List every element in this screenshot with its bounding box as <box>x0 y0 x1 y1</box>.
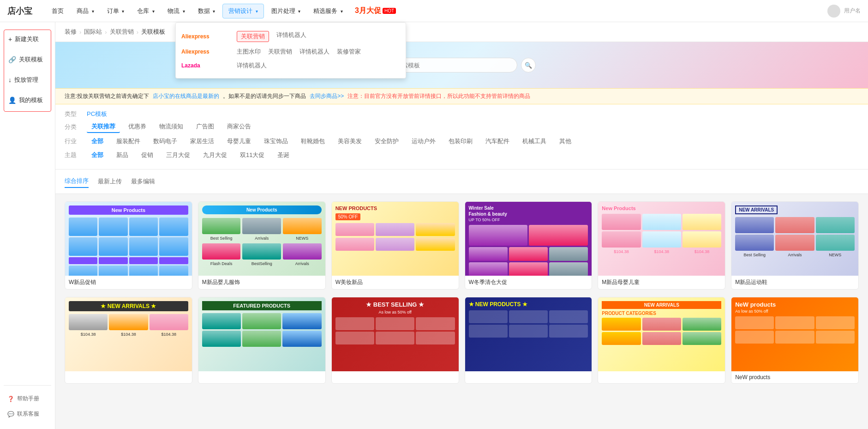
filter-theme-all[interactable]: 全部 <box>87 150 108 161</box>
template-preview-shoes: NEW ARRIVALS Best Selling Arrivals NEWS <box>731 202 858 276</box>
chevron-down-icon: ▾ <box>213 9 215 14</box>
filter-theme-new[interactable]: 新品 <box>112 150 133 161</box>
template-card-jackets[interactable]: New Products Best Selling Arrivals NEWS <box>198 201 326 290</box>
template-card-newprod-bottom[interactable]: NeW products As low as 50% off NeW produ… <box>731 297 859 384</box>
baby-price-row: $104.38 $104.38 $104.38 <box>602 249 721 254</box>
breadcrumb-1[interactable]: 装修 <box>65 28 77 36</box>
dropdown-link-guanlian[interactable]: 关联营销 <box>237 31 269 42</box>
nav-home[interactable]: 首页 <box>46 4 69 18</box>
nav-menu: 首页 商品 ▾ 订单 ▾ 仓库 ▾ 物流 ▾ 数据 ▾ 营销设计 ▾ 图片处理 … <box>46 4 827 18</box>
aliexpress-links: 关联营销 详情机器人 <box>237 31 306 42</box>
sidebar-item-publish[interactable]: ↓ 投放管理 <box>4 71 51 89</box>
template-card-winter[interactable]: Winter Sale Fashion & beauty UP TO 50% O… <box>465 201 593 290</box>
link-zhutushuiyin[interactable]: 主图水印 <box>237 48 261 56</box>
filter-tag-ad[interactable]: 广告图 <box>192 121 219 133</box>
filter-industry-electronics[interactable]: 数码电子 <box>149 136 182 147</box>
sidebar-item-new-link[interactable]: + 新建关联 <box>4 30 51 48</box>
nav-marketing[interactable]: 营销设计 ▾ <box>222 4 264 18</box>
aliexpress-platform: Aliexpress <box>181 33 237 40</box>
link-chatbot2[interactable]: 详情机器人 <box>299 48 329 56</box>
sidebar-contact[interactable]: 💬 联系客服 <box>4 406 51 422</box>
jacket-6 <box>283 243 322 260</box>
template-card-shoes[interactable]: NEW ARRIVALS Best Selling Arrivals NEWS <box>731 201 859 290</box>
main-layout: + 新建关联 🔗 关联模板 ↓ 投放管理 👤 我的模板 ❓ 帮助手册 💬 <box>0 22 868 429</box>
template-card-newproducts[interactable]: ★ NEW PRODUCTS ★ <box>465 297 593 384</box>
filter-industry-tags: 全部 服装配件 数码电子 家居生活 母婴儿童 珠宝饰品 鞋靴婚包 美容美发 安全… <box>87 136 576 147</box>
notice-warning: 注意：目前官方没有开放管前详情接口，所以此功能不支持管前详情的商品 <box>347 92 530 100</box>
notice-link1[interactable]: 店小宝的在线商品是最新的 <box>153 92 219 100</box>
template-card-arrivals[interactable]: ★ NEW ARRIVALS ★ $104.38 $104.38 $104.38 <box>65 297 192 384</box>
template-card-bestselling[interactable]: ★ BEST SELLING ★ As low as 50% off <box>331 297 459 384</box>
nav-warehouse[interactable]: 仓库 ▾ <box>132 4 160 18</box>
nav-product[interactable]: 商品 ▾ <box>71 4 100 18</box>
nav-service[interactable]: 精选服务 ▾ <box>308 4 348 18</box>
filter-industry-shoes[interactable]: 鞋靴婚包 <box>296 136 329 147</box>
sort-tab-popular[interactable]: 最多编辑 <box>131 175 155 187</box>
sidebar-item-link-template[interactable]: 🔗 关联模板 <box>4 50 51 69</box>
template-card-makeup[interactable]: NEW PRODUCTS 50% OFF W美妆新品 <box>331 201 459 290</box>
dropdown-link-chatbot[interactable]: 详情机器人 <box>276 31 306 42</box>
nav-data[interactable]: 数据 ▾ <box>192 4 221 18</box>
filter-industry-jewelry[interactable]: 珠宝饰品 <box>259 136 293 147</box>
search-input[interactable] <box>388 58 517 73</box>
link-lazada-chatbot[interactable]: 详情机器人 <box>237 61 267 70</box>
template-card-categories[interactable]: NEW ARRIVALS PRODUCT CATEGORIES <box>598 297 725 384</box>
search-button[interactable]: 🔍 <box>521 58 536 73</box>
phones-bottom-row <box>69 257 188 264</box>
newproducts-5 <box>509 325 548 338</box>
filter-industry-machinery[interactable]: 机械工具 <box>518 136 551 147</box>
filter-industry-other[interactable]: 其他 <box>555 136 576 147</box>
avatar[interactable] <box>827 5 840 18</box>
nav-right-section: 用户名 <box>827 5 861 18</box>
filter-theme-christmas[interactable]: 圣诞 <box>273 150 294 161</box>
filter-industry-baby[interactable]: 母婴儿童 <box>222 136 256 147</box>
filter-industry-all[interactable]: 全部 <box>87 136 108 147</box>
breadcrumb-sep-1: › <box>79 29 81 36</box>
filter-tag-logistics[interactable]: 物流须知 <box>155 121 188 133</box>
template-card-baby[interactable]: New Products $104.38 $104.38 $104.38 <box>598 201 725 290</box>
bestselling-grid <box>335 317 455 344</box>
shoes-labels: Best Selling Arrivals NEWS <box>735 253 855 257</box>
sort-tab-latest[interactable]: 最新上传 <box>98 175 122 187</box>
nav-logistics[interactable]: 物流 ▾ <box>162 4 191 18</box>
template-label-phones: W新品促销 <box>65 276 192 289</box>
filter-theme-march[interactable]: 三月大促 <box>162 150 195 161</box>
link-guanlian2[interactable]: 关联营销 <box>268 48 292 56</box>
newproducts-3 <box>549 310 588 323</box>
arrivals-price-1: $104.38 <box>69 332 108 337</box>
template-card-featured[interactable]: FEATURED PRODUCTS <box>198 297 326 384</box>
nav-promo[interactable]: 3月大促 HOT <box>355 6 396 16</box>
filter-theme-double11[interactable]: 双11大促 <box>235 150 269 161</box>
template-label-newproducts <box>465 371 592 377</box>
sidebar-help[interactable]: ❓ 帮助手册 <box>4 391 51 406</box>
sidebar-item-label: 我的模板 <box>19 96 43 104</box>
jacket-3 <box>283 218 322 234</box>
arrivals-item-1 <box>69 314 108 330</box>
newprod-bottom-grid <box>735 316 855 344</box>
filter-theme-sept[interactable]: 九月大促 <box>198 150 232 161</box>
filter-tag-guanlian[interactable]: 关联推荐 <box>87 121 120 133</box>
link-zhuangxiu[interactable]: 装修管家 <box>337 48 361 56</box>
filter-industry-clothing[interactable]: 服装配件 <box>112 136 145 147</box>
nav-image[interactable]: 图片处理 ▾ <box>266 4 306 18</box>
filter-theme-sale[interactable]: 促销 <box>137 150 158 161</box>
filter-type-value[interactable]: PC模板 <box>87 110 107 118</box>
filter-tag-coupon[interactable]: 优惠券 <box>124 121 151 133</box>
filter-industry-home[interactable]: 家居生活 <box>186 136 219 147</box>
filter-industry-safety[interactable]: 安全防护 <box>370 136 403 147</box>
breadcrumb-3[interactable]: 关联营销 <box>110 28 134 36</box>
filter-industry-sports[interactable]: 运动户外 <box>407 136 440 147</box>
notice-link2[interactable]: 去同步商品>> <box>310 92 344 100</box>
aliexpress-all-links: 主图水印 关联营销 详情机器人 装修管家 <box>237 48 361 56</box>
breadcrumb-2[interactable]: 国际站 <box>84 28 102 36</box>
filter-industry-beauty[interactable]: 美容美发 <box>333 136 366 147</box>
sort-tab-comprehensive[interactable]: 综合排序 <box>65 175 89 188</box>
newproducts-1 <box>469 310 508 323</box>
filter-tag-seller[interactable]: 商家公告 <box>222 121 256 133</box>
nav-order[interactable]: 订单 ▾ <box>102 4 130 18</box>
sidebar-item-my-template[interactable]: 👤 我的模板 <box>4 91 51 109</box>
filter-category-label: 分类 <box>65 123 83 131</box>
filter-industry-packaging[interactable]: 包装印刷 <box>444 136 477 147</box>
filter-industry-auto[interactable]: 汽车配件 <box>481 136 514 147</box>
template-card-phones[interactable]: New Products <box>65 201 192 290</box>
